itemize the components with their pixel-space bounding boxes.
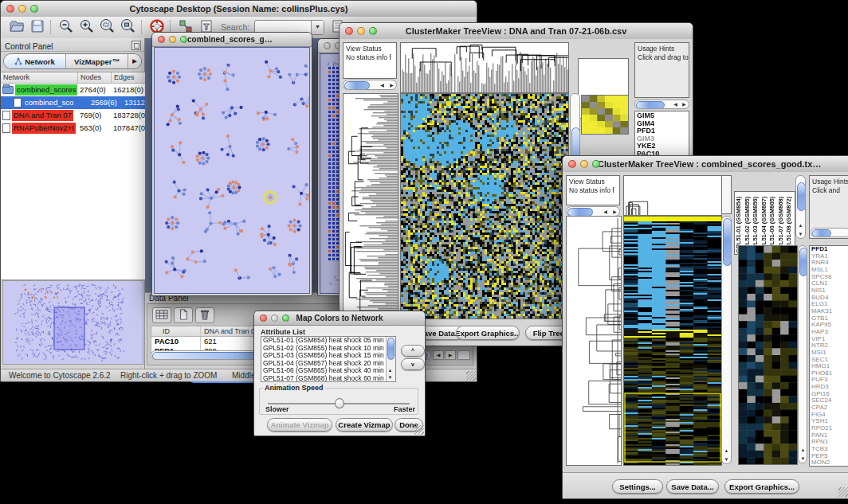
close-button[interactable]: [6, 5, 14, 13]
attribute-list-vscrollbar[interactable]: ▲ ▼: [386, 337, 395, 381]
select-attributes-button[interactable]: [152, 307, 171, 323]
main-window-titlebar[interactable]: Cytoscape Desktop (Session Name: collins…: [1, 1, 477, 18]
scroll-down-button[interactable]: ▼: [722, 455, 731, 463]
scroll-left-button[interactable]: ◀: [433, 350, 444, 360]
tab-network[interactable]: Network: [4, 54, 66, 68]
close-button[interactable]: [345, 27, 353, 35]
new-attribute-button[interactable]: [174, 307, 193, 323]
gene-labels-panel[interactable]: GIM5GIM4PFD1GIM3YKE2PAC10: [634, 111, 689, 160]
maximize-button[interactable]: [180, 36, 187, 43]
move-up-button[interactable]: ^: [401, 345, 425, 357]
move-down-button[interactable]: v: [401, 358, 425, 370]
network-overview-panel[interactable]: [2, 280, 143, 365]
column-header-network[interactable]: Network: [1, 72, 78, 83]
gene-labels-panel[interactable]: PFD1YRA1RNR4MSL1SPC98CLN1NIS1BUD4ELG1MAK…: [809, 245, 848, 467]
tab-overflow-arrow[interactable]: ▶: [128, 54, 141, 68]
usage-hints-hscrollbar[interactable]: ◀ ▶: [634, 100, 689, 109]
export-graphics-button[interactable]: Export Graphics...: [724, 479, 799, 494]
save-session-button[interactable]: [28, 18, 46, 37]
row-dendrogram-canvas[interactable]: [343, 93, 398, 319]
settings-button[interactable]: Settings...: [612, 479, 663, 494]
heatmap-canvas[interactable]: [400, 93, 569, 319]
column-header-nodes[interactable]: Nodes: [78, 72, 112, 83]
scroll-left-button[interactable]: ◀: [601, 208, 610, 216]
tab-vizmapper[interactable]: VizMapper™: [66, 54, 128, 68]
scrollbar-thumb[interactable]: [797, 182, 806, 211]
overview-canvas[interactable]: [3, 281, 143, 364]
treeview2-titlebar[interactable]: ClusterMaker TreeView : combined_scores_…: [563, 156, 848, 173]
scroll-down-button[interactable]: ▼: [796, 230, 805, 238]
column-dendrogram-canvas[interactable]: [400, 42, 569, 93]
scrollbar-thumb[interactable]: [636, 101, 665, 109]
row-dendrogram-canvas[interactable]: [566, 216, 622, 466]
scroll-left-button[interactable]: ◀: [378, 81, 387, 89]
scrollbar-thumb[interactable]: [799, 248, 807, 276]
animate-vizmap-button[interactable]: Animate Vizmap: [267, 418, 332, 432]
export-graphics-button[interactable]: Export Graphics...: [456, 326, 520, 340]
column-labels-vscrollbar[interactable]: ▲ ▼: [795, 175, 806, 239]
slider-thumb[interactable]: [335, 398, 344, 408]
column-header-id[interactable]: ID: [151, 326, 201, 336]
zoom-vscrollbar[interactable]: ▲ ▼: [798, 245, 807, 463]
scroll-down-button[interactable]: ▼: [799, 455, 807, 463]
maximize-button[interactable]: [282, 315, 289, 322]
zoom-selected-button[interactable]: [98, 18, 116, 37]
attribute-list-item[interactable]: GPL51-07 (GSM868) heat shock 60 min: [261, 375, 387, 382]
scroll-right-button[interactable]: ▶: [610, 208, 619, 216]
zoom-out-button[interactable]: [57, 18, 75, 37]
zoom-in-button[interactable]: [77, 18, 96, 37]
maximize-button[interactable]: [592, 160, 600, 168]
close-button[interactable]: [568, 160, 576, 168]
main-window-title: Cytoscape Desktop (Session Name: collins…: [1, 1, 477, 17]
resize-grip[interactable]: [838, 487, 848, 497]
open-session-button[interactable]: [7, 18, 26, 37]
scroll-right-button[interactable]: ▶: [387, 81, 396, 89]
zoom-heatmap-canvas[interactable]: [738, 245, 798, 465]
attribute-listbox[interactable]: GPL51-01 (GSM854) heat shock 05 minGPL51…: [261, 336, 396, 382]
maximize-button[interactable]: [369, 27, 377, 35]
scroll-down-button[interactable]: ▼: [386, 373, 395, 381]
close-button[interactable]: [324, 42, 331, 49]
network-list-row[interactable]: combined_scores2764(0)16218(0): [1, 84, 145, 96]
scrollbar-thumb[interactable]: [387, 338, 395, 360]
minimize-button[interactable]: [271, 315, 278, 322]
scroll-up-button[interactable]: ▲: [796, 221, 805, 229]
network-list-row[interactable]: DNA and Tran 07769(0)183728(0): [1, 109, 145, 122]
minimize-button[interactable]: [580, 160, 588, 168]
close-button[interactable]: [260, 315, 267, 322]
resize-grip[interactable]: [466, 371, 476, 381]
scroll-left-button[interactable]: ◀: [671, 100, 680, 108]
scrollbar-thumb[interactable]: [344, 81, 370, 90]
network-titlebar[interactable]: combined_scores_good.txt--cluste...: [152, 33, 312, 47]
treeview1-titlebar[interactable]: ClusterMaker TreeView : DNA and Tran 07-…: [340, 23, 693, 40]
close-button[interactable]: [158, 36, 165, 43]
maximize-button[interactable]: [30, 5, 38, 13]
scrollbar-thumb[interactable]: [812, 229, 831, 237]
minimize-button[interactable]: [18, 5, 26, 13]
scroll-up-button[interactable]: ▲: [722, 447, 731, 455]
network-list-row[interactable]: combined_sco2569(6)13112(15): [1, 96, 145, 109]
delete-attribute-button[interactable]: [195, 307, 214, 323]
network-list-row[interactable]: RNAPuberNov2+I563(0)107847(0): [1, 122, 145, 135]
zoom-heatmap-canvas[interactable]: [581, 95, 629, 135]
chevron-down-icon[interactable]: ▼: [311, 21, 324, 34]
scroll-up-button[interactable]: ▲: [799, 446, 807, 454]
dialog-titlebar[interactable]: Map Colors to Network: [254, 311, 425, 326]
heatmap-vscrollbar[interactable]: ▲ ▼: [721, 216, 732, 464]
column-header-edges[interactable]: Edges: [112, 72, 145, 83]
network-view-canvas[interactable]: [154, 47, 310, 294]
minimize-button[interactable]: [357, 27, 365, 35]
scroll-right-button[interactable]: ▶: [445, 350, 456, 360]
zoom-fit-button[interactable]: [119, 18, 137, 37]
resize-grip[interactable]: [414, 425, 424, 435]
minimize-button[interactable]: [169, 36, 176, 43]
column-dendrogram-canvas[interactable]: [623, 175, 722, 216]
save-data-button[interactable]: Save Data...: [666, 479, 719, 494]
usage-hints-hscrollbar[interactable]: [811, 228, 848, 237]
scrollbar-thumb[interactable]: [723, 218, 732, 266]
heatmap-canvas[interactable]: [623, 216, 722, 466]
float-panel-icon[interactable]: [132, 41, 141, 50]
create-vizmap-button[interactable]: Create Vizmap: [336, 418, 393, 432]
view-status-hscrollbar[interactable]: ◀ ▶: [343, 80, 397, 90]
scroll-right-button[interactable]: ▶: [680, 100, 689, 108]
